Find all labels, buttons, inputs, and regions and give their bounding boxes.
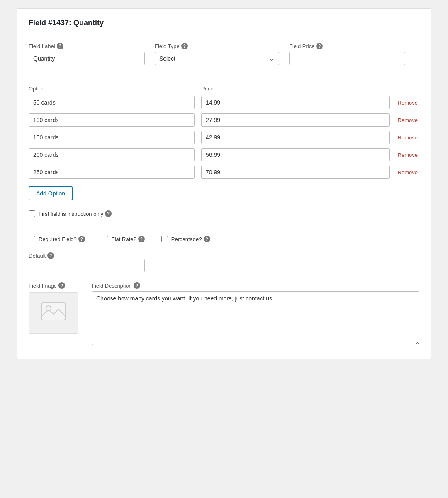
default-label: Default ? bbox=[29, 252, 419, 259]
required-field-checkbox[interactable] bbox=[29, 236, 35, 242]
remove-button[interactable]: Remove bbox=[396, 169, 419, 176]
option-column-header: Option bbox=[29, 85, 195, 92]
field-type-select[interactable]: Select Text Checkbox Radio bbox=[155, 52, 279, 65]
default-input[interactable] bbox=[29, 259, 145, 272]
percentage-label: Percentage? ? bbox=[171, 236, 210, 242]
image-placeholder[interactable] bbox=[29, 292, 78, 334]
bottom-row: Field Image ? Field Description ? Choose… bbox=[29, 282, 419, 345]
required-field-label: Required Field? ? bbox=[39, 236, 85, 242]
field-price-input[interactable] bbox=[289, 52, 405, 65]
field-type-label: Field Type ? bbox=[155, 43, 279, 49]
field-description-textarea[interactable]: Choose how many cards you want. If you n… bbox=[92, 291, 419, 345]
remove-button[interactable]: Remove bbox=[396, 100, 419, 106]
divider-1 bbox=[29, 77, 419, 77]
field-type-group: Field Type ? Select Text Checkbox Radio … bbox=[155, 43, 279, 65]
percentage-item: Percentage? ? bbox=[161, 236, 210, 242]
remove-button[interactable]: Remove bbox=[396, 134, 419, 141]
field-label-label: Field Label ? bbox=[29, 43, 145, 49]
first-field-checkbox[interactable] bbox=[29, 210, 35, 217]
options-header-row: Option Price bbox=[29, 85, 419, 92]
options-container: Remove Remove Remove Remove Remove bbox=[29, 96, 419, 179]
top-fields-row: Field Label ? Field Type ? Select Text C… bbox=[29, 43, 419, 65]
price-input[interactable] bbox=[201, 166, 390, 179]
option-input[interactable] bbox=[29, 131, 195, 144]
first-field-checkbox-row: First field is instruction only ? bbox=[29, 210, 419, 217]
field-description-label: Field Description ? bbox=[92, 282, 419, 289]
table-row: Remove bbox=[29, 166, 419, 179]
table-row: Remove bbox=[29, 148, 419, 161]
field-image-section: Field Image ? bbox=[29, 282, 78, 334]
option-input[interactable] bbox=[29, 148, 195, 161]
flat-rate-checkbox[interactable] bbox=[102, 236, 108, 242]
image-placeholder-icon bbox=[41, 301, 66, 325]
option-input[interactable] bbox=[29, 96, 195, 109]
field-description-section: Field Description ? Choose how many card… bbox=[92, 282, 419, 345]
price-input[interactable] bbox=[201, 96, 390, 109]
price-input[interactable] bbox=[201, 113, 390, 127]
checkboxes-group-row: Required Field? ? Flat Rate? ? Percentag… bbox=[29, 236, 419, 242]
field-type-help-icon[interactable]: ? bbox=[181, 43, 188, 49]
field-price-help-icon[interactable]: ? bbox=[316, 43, 323, 49]
field-price-label: Field Price ? bbox=[289, 43, 405, 49]
field-image-help-icon[interactable]: ? bbox=[58, 282, 65, 289]
first-field-help-icon[interactable]: ? bbox=[105, 210, 112, 217]
table-row: Remove bbox=[29, 96, 419, 109]
field-editor-card: Field #1437: Quantity Field Label ? Fiel… bbox=[17, 8, 431, 359]
option-input[interactable] bbox=[29, 166, 195, 179]
option-input[interactable] bbox=[29, 113, 195, 127]
svg-rect-0 bbox=[42, 303, 65, 320]
page-title: Field #1437: Quantity bbox=[29, 19, 419, 34]
remove-button[interactable]: Remove bbox=[396, 152, 419, 158]
remove-button[interactable]: Remove bbox=[396, 117, 419, 123]
field-image-label: Field Image ? bbox=[29, 282, 78, 289]
default-section: Default ? bbox=[29, 252, 419, 272]
flat-rate-item: Flat Rate? ? bbox=[102, 236, 145, 242]
field-description-help-icon[interactable]: ? bbox=[134, 282, 140, 289]
table-row: Remove bbox=[29, 113, 419, 127]
divider-2 bbox=[29, 227, 419, 227]
flat-rate-help-icon[interactable]: ? bbox=[138, 236, 145, 242]
field-price-group: Field Price ? bbox=[289, 43, 405, 65]
required-field-help-icon[interactable]: ? bbox=[78, 236, 85, 242]
first-field-label: First field is instruction only ? bbox=[39, 210, 112, 217]
field-type-select-wrapper: Select Text Checkbox Radio ⌄ bbox=[155, 52, 279, 65]
price-input[interactable] bbox=[201, 148, 390, 161]
price-column-header: Price bbox=[201, 85, 419, 92]
field-label-input[interactable] bbox=[29, 52, 145, 65]
add-option-button[interactable]: Add Option bbox=[29, 186, 73, 200]
percentage-help-icon[interactable]: ? bbox=[204, 236, 210, 242]
field-label-group: Field Label ? bbox=[29, 43, 145, 65]
default-help-icon[interactable]: ? bbox=[47, 252, 54, 259]
price-input[interactable] bbox=[201, 131, 390, 144]
required-field-item: Required Field? ? bbox=[29, 236, 85, 242]
percentage-checkbox[interactable] bbox=[161, 236, 168, 242]
table-row: Remove bbox=[29, 131, 419, 144]
field-label-help-icon[interactable]: ? bbox=[57, 43, 63, 49]
flat-rate-label: Flat Rate? ? bbox=[112, 236, 145, 242]
